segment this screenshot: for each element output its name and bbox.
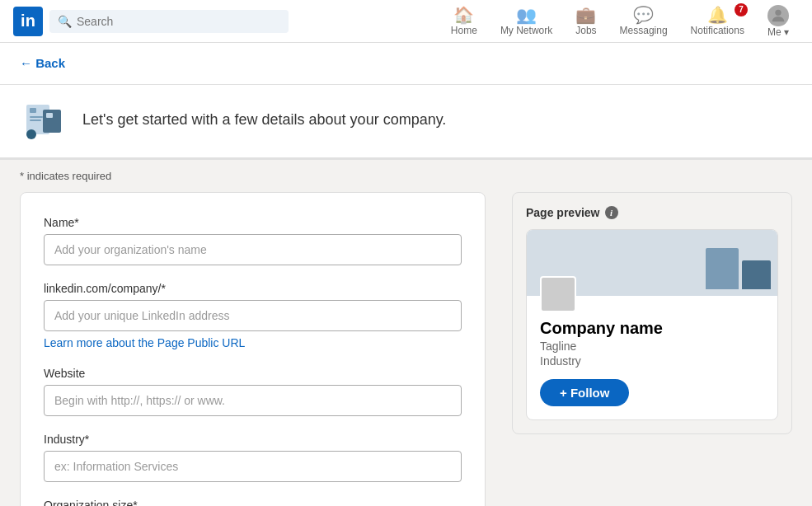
svg-point-0: [775, 9, 781, 15]
name-input[interactable]: [44, 234, 462, 265]
form-panel: Name* linkedin.com/company/* Learn more …: [20, 192, 486, 506]
svg-rect-6: [46, 113, 53, 118]
nav-jobs[interactable]: 💼 Jobs: [566, 3, 606, 40]
website-input[interactable]: [44, 385, 462, 416]
jobs-icon: 💼: [575, 7, 596, 23]
nav-home-label: Home: [451, 25, 477, 36]
preview-banner-graphic: [706, 248, 771, 289]
back-section: ← Back: [0, 43, 812, 85]
org-size-group: Organization size*: [44, 499, 462, 506]
preview-card: Company name Tagline Industry + Follow: [526, 229, 778, 420]
preview-title: Page preview i: [526, 206, 778, 219]
page-wrapper: * indicates required Name* linkedin.com/…: [0, 160, 812, 506]
website-label: Website: [44, 367, 462, 380]
preview-logo: [540, 276, 576, 312]
help-icon[interactable]: i: [605, 206, 618, 219]
intro-text: Let's get started with a few details abo…: [82, 111, 446, 129]
nav-jobs-label: Jobs: [575, 25, 596, 36]
panels-row: Name* linkedin.com/company/* Learn more …: [0, 192, 812, 506]
preview-bar-tall: [706, 248, 739, 289]
name-label: Name*: [44, 216, 462, 229]
notification-badge: 7: [735, 3, 748, 16]
notifications-icon: 🔔: [707, 7, 728, 23]
industry-input[interactable]: [44, 451, 462, 482]
nav-home[interactable]: 🏠 Home: [441, 3, 487, 40]
required-row: * indicates required: [0, 160, 812, 182]
nav-network-label: My Network: [500, 25, 552, 36]
svg-rect-3: [30, 116, 43, 118]
linkedin-logo: in: [13, 7, 43, 36]
top-nav: in 🔍 🏠 Home 👥 My Network 💼 Jobs 💬 Messag…: [0, 0, 812, 43]
nav-notifications-label: Notifications: [691, 25, 744, 36]
nav-messaging[interactable]: 💬 Messaging: [610, 3, 678, 40]
nav-notifications[interactable]: 7 🔔 Notifications: [681, 3, 754, 40]
network-icon: 👥: [516, 7, 537, 23]
linkedin-input[interactable]: [44, 300, 462, 331]
intro-illustration: [20, 98, 69, 141]
nav-messaging-label: Messaging: [620, 25, 668, 36]
org-size-label: Organization size*: [44, 499, 462, 506]
industry-label: Industry*: [44, 433, 462, 446]
avatar: [767, 5, 789, 26]
nav-me[interactable]: Me ▾: [758, 2, 799, 41]
search-icon: 🔍: [58, 15, 72, 28]
messaging-icon: 💬: [633, 7, 654, 23]
website-group: Website: [44, 367, 462, 416]
preview-industry: Industry: [540, 354, 764, 368]
search-bar[interactable]: 🔍: [49, 10, 289, 33]
linkedin-group: linkedin.com/company/* Learn more about …: [44, 282, 462, 350]
learn-more-link[interactable]: Learn more about the Page Public URL: [44, 336, 245, 349]
preview-bar-short: [742, 260, 771, 289]
nav-me-label: Me ▾: [767, 26, 789, 38]
intro-section: Let's get started with a few details abo…: [0, 85, 812, 160]
preview-panel: Page preview i Company name Tagline Indu…: [512, 192, 792, 434]
nav-network[interactable]: 👥 My Network: [490, 3, 562, 40]
home-icon: 🏠: [453, 7, 474, 23]
linkedin-label: linkedin.com/company/*: [44, 282, 462, 295]
svg-point-7: [26, 129, 36, 139]
required-note: * indicates required: [20, 170, 792, 182]
preview-body: Company name Tagline Industry + Follow: [527, 296, 777, 419]
nav-items: 🏠 Home 👥 My Network 💼 Jobs 💬 Messaging 7…: [441, 2, 799, 41]
follow-button[interactable]: + Follow: [540, 379, 629, 406]
industry-group: Industry*: [44, 433, 462, 482]
preview-banner: [527, 230, 777, 296]
svg-rect-2: [30, 108, 36, 113]
preview-company-name: Company name: [540, 319, 764, 338]
back-button[interactable]: ← Back: [20, 56, 65, 70]
preview-tagline: Tagline: [540, 340, 764, 353]
svg-rect-4: [30, 119, 41, 121]
search-input[interactable]: [77, 15, 280, 28]
name-group: Name*: [44, 216, 462, 265]
